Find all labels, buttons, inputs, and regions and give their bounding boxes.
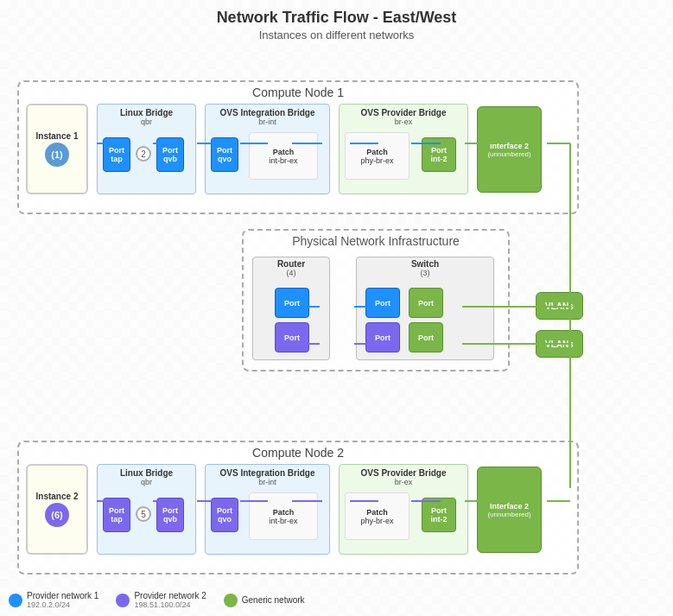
instance-1-label: Instance 1	[36, 131, 79, 141]
port-qvb-1: Port qvb	[156, 137, 184, 172]
main-title: Network Traffic Flow - East/West	[0, 9, 673, 27]
instance-2-number: (6)	[51, 510, 62, 520]
ovs-int-bridge-2: OVS Integration Bridge br-int Port qvo P…	[205, 464, 330, 555]
instance-1-circle: (1)	[45, 143, 69, 167]
legend-generic: Generic network	[224, 594, 305, 607]
compute-node-1-label: Compute Node 1	[19, 82, 577, 101]
ovs-int-bridge-2-label: OVS Integration Bridge	[206, 465, 329, 478]
ovs-prov-bridge-1-sublabel: br-ex	[340, 117, 467, 126]
instance-1-box: Instance 1 (1)	[26, 104, 88, 194]
ovs-prov-bridge-2-label: OVS Provider Bridge	[340, 465, 467, 478]
ovs-prov-bridge-1: OVS Provider Bridge br-ex Patch phy-br-e…	[339, 104, 468, 194]
patch-int-2: Patch int-br-ex	[249, 492, 318, 540]
vlans-top-label: VLANs	[545, 302, 574, 311]
switch-port-bottom-right: Port	[409, 322, 443, 352]
compute-node-1: Compute Node 1 Instance 1 (1) Linux Brid…	[17, 80, 579, 214]
port-int2-2: Port int-2	[422, 498, 456, 532]
switch-port-bottom-left: Port	[365, 322, 400, 352]
compute-node-2-label: Compute Node 2	[19, 442, 577, 461]
ovs-int-bridge-1-sublabel: br-int	[206, 117, 329, 126]
ovs-prov-bridge-2-sublabel: br-ex	[340, 478, 467, 486]
interface-2-top-sublabel: (unnumbered)	[487, 150, 530, 158]
port-int2-1: Port int-2	[422, 137, 456, 172]
compute-node-2: Compute Node 2 Instance 2 (6) Linux Brid…	[17, 441, 579, 575]
number-2-circle: 2	[136, 146, 151, 162]
legend-provider2-label: Provider network 2	[134, 591, 206, 600]
router-box: Router (4) Port Port	[252, 257, 330, 360]
legend: Provider network 1 192.0.2.0/24 Provider…	[9, 591, 305, 609]
switch-number: (3)	[357, 269, 493, 277]
main-content: Network Traffic Flow - East/West Instanc…	[0, 0, 673, 616]
linux-bridge-1-sublabel: qbr	[98, 117, 195, 126]
interface-2-top-label: Interface 2	[490, 142, 529, 150]
ovs-int-bridge-1: OVS Integration Bridge br-int Port qvo P…	[205, 104, 330, 194]
switch-port-top-right: Port	[409, 288, 443, 318]
legend-provider1-label: Provider network 1	[27, 591, 98, 600]
vlans-top: VLANs	[536, 292, 583, 320]
legend-generic-label: Generic network	[242, 595, 305, 605]
port-qvo-1: Port qvo	[211, 137, 238, 172]
legend-generic-icon	[224, 594, 238, 607]
physical-net-label: Physical Network Infrastructure	[244, 231, 508, 250]
title-section: Network Traffic Flow - East/West Instanc…	[0, 0, 673, 41]
patch-int-1: Patch int-br-ex	[249, 132, 318, 180]
linux-bridge-1-label: Linux Bridge	[98, 105, 195, 117]
interface-2-top: Interface 2 (unnumbered)	[477, 106, 542, 193]
legend-provider1-sublabel: 192.0.2.0/24	[27, 600, 98, 609]
instance-2-label: Instance 2	[36, 492, 79, 501]
interface-2-bottom-sublabel: (unnumbered)	[487, 511, 530, 518]
router-port-bottom: Port	[275, 322, 309, 352]
instance-1-number: (1)	[51, 149, 62, 160]
vlans-bottom: VLANs	[536, 330, 583, 358]
legend-provider2-icon	[116, 594, 130, 607]
instance-2-circle: (6)	[45, 503, 69, 527]
legend-provider2-sublabel: 198.51.100.0/24	[134, 600, 206, 609]
router-label: Router	[253, 257, 329, 269]
interface-2-bottom-label: Interface 2	[490, 502, 529, 511]
switch-label: Switch	[357, 257, 493, 269]
physical-network: Physical Network Infrastructure Router (…	[242, 229, 510, 372]
switch-port-top-left: Port	[365, 288, 400, 318]
subtitle: Instances on different networks	[0, 29, 673, 41]
ovs-prov-bridge-1-label: OVS Provider Bridge	[340, 105, 467, 117]
port-qvo-2: Port qvo	[211, 498, 238, 532]
port-tap-1: Port tap	[103, 137, 130, 172]
ovs-int-bridge-2-sublabel: br-int	[206, 478, 329, 486]
ovs-prov-bridge-2: OVS Provider Bridge br-ex Patch phy-br-e…	[339, 464, 468, 555]
patch-phy-1: Patch phy-br-ex	[345, 132, 410, 180]
ovs-int-bridge-1-label: OVS Integration Bridge	[206, 105, 329, 117]
linux-bridge-2-sublabel: qbr	[98, 478, 195, 486]
linux-bridge-2-label: Linux Bridge	[98, 465, 195, 478]
port-tap-2: Port tap	[103, 498, 130, 532]
linux-bridge-1: Linux Bridge qbr Port tap 2 Port qvb	[97, 104, 196, 194]
legend-provider1-icon	[9, 594, 22, 607]
switch-box: Switch (3) Port Port Port Port	[356, 257, 494, 360]
instance-2-box: Instance 2 (6)	[26, 464, 88, 555]
legend-provider2: Provider network 2 198.51.100.0/24	[116, 591, 206, 609]
legend-provider1: Provider network 1 192.0.2.0/24	[9, 591, 98, 609]
router-port-top: Port	[275, 288, 309, 318]
vlans-bottom-label: VLANs	[545, 340, 574, 349]
router-number: (4)	[253, 269, 329, 277]
port-qvb-2: Port qvb	[156, 498, 184, 532]
patch-phy-2: Patch phy-br-ex	[345, 492, 410, 540]
interface-2-bottom: Interface 2 (unnumbered)	[477, 467, 542, 553]
number-5-circle: 5	[136, 506, 151, 522]
linux-bridge-2: Linux Bridge qbr Port tap 5 Port qvb	[97, 464, 196, 555]
